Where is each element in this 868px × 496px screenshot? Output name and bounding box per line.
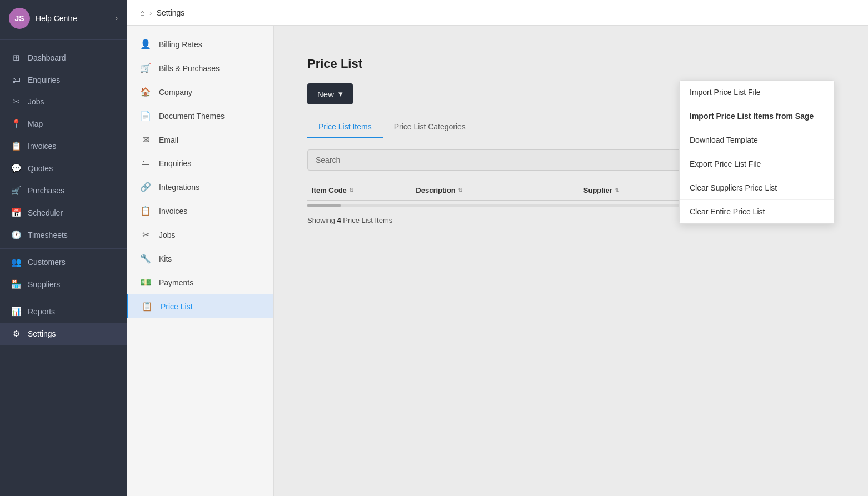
enquiries-settings-icon: 🏷 bbox=[140, 158, 151, 168]
sidebar-divider bbox=[0, 39, 127, 40]
settings-item-label: Integrations bbox=[159, 183, 199, 192]
settings-company[interactable]: 🏠 Company bbox=[127, 80, 273, 104]
main-area: ⌂ › Settings 👤 Billing Rates 🛒 Bills & P… bbox=[127, 0, 868, 496]
integrations-icon: 🔗 bbox=[140, 182, 151, 192]
settings-payments[interactable]: 💵 Payments bbox=[127, 270, 273, 294]
settings-document-themes[interactable]: 📄 Document Themes bbox=[127, 104, 273, 128]
settings-invoices[interactable]: 📋 Invoices bbox=[127, 199, 273, 223]
sidebar-item-label: Timesheets bbox=[28, 231, 68, 239]
settings-enquiries[interactable]: 🏷 Enquiries bbox=[127, 152, 273, 175]
sidebar-item-timesheets[interactable]: 🕐 Timesheets bbox=[0, 224, 127, 246]
avatar: JS bbox=[9, 8, 30, 29]
settings-item-label: Price List bbox=[161, 302, 193, 311]
dropdown-clear-suppliers[interactable]: Clear Suppliers Price List bbox=[680, 176, 834, 200]
settings-item-label: Billing Rates bbox=[159, 40, 202, 49]
settings-kits[interactable]: 🔧 Kits bbox=[127, 247, 273, 270]
sidebar-item-scheduler[interactable]: 📅 Scheduler bbox=[0, 202, 127, 224]
document-themes-icon: 📄 bbox=[140, 111, 151, 121]
settings-item-label: Jobs bbox=[159, 231, 176, 239]
breadcrumb-page: Settings bbox=[157, 8, 185, 17]
scheduler-icon: 📅 bbox=[11, 208, 21, 218]
sidebar-item-reports[interactable]: 📊 Reports bbox=[0, 300, 127, 323]
settings-item-label: Email bbox=[159, 136, 178, 144]
sidebar-item-suppliers[interactable]: 🏪 Suppliers bbox=[0, 273, 127, 295]
enquiries-icon: 🏷 bbox=[11, 75, 21, 84]
company-icon: 🏠 bbox=[140, 87, 151, 97]
content-wrapper: 👤 Billing Rates 🛒 Bills & Purchases 🏠 Co… bbox=[127, 26, 868, 496]
sidebar-title: Help Centre bbox=[36, 14, 110, 23]
sidebar-item-quotes[interactable]: 💬 Quotes bbox=[0, 157, 127, 179]
settings-bills-purchases[interactable]: 🛒 Bills & Purchases bbox=[127, 56, 273, 80]
sidebar-item-settings[interactable]: ⚙ Settings bbox=[0, 323, 127, 345]
sidebar-item-dashboard[interactable]: ⊞ Dashboard bbox=[0, 47, 127, 69]
price-list-icon: 📋 bbox=[142, 301, 153, 312]
price-list-card: Price List New ▾ Options ▾ Price List It… bbox=[292, 41, 850, 242]
sidebar-divider-2 bbox=[0, 248, 127, 249]
sidebar-item-enquiries[interactable]: 🏷 Enquiries bbox=[0, 69, 127, 91]
sidebar: JS Help Centre › ⊞ Dashboard 🏷 Enquiries… bbox=[0, 0, 127, 496]
email-icon: ✉ bbox=[140, 134, 151, 145]
topbar: ⌂ › Settings bbox=[127, 0, 868, 26]
invoices-settings-icon: 📋 bbox=[140, 206, 151, 216]
settings-icon: ⚙ bbox=[11, 329, 21, 339]
sidebar-item-label: Quotes bbox=[28, 164, 53, 173]
sidebar-item-map[interactable]: 📍 Map bbox=[0, 113, 127, 135]
purchases-icon: 🛒 bbox=[11, 186, 21, 196]
suppliers-icon: 🏪 bbox=[11, 279, 21, 289]
kits-icon: 🔧 bbox=[140, 253, 151, 264]
settings-price-list[interactable]: 📋 Price List bbox=[127, 294, 273, 318]
payments-icon: 💵 bbox=[140, 277, 151, 288]
home-icon[interactable]: ⌂ bbox=[140, 8, 145, 17]
sidebar-divider-3 bbox=[0, 298, 127, 298]
settings-billing-rates[interactable]: 👤 Billing Rates bbox=[127, 32, 273, 56]
breadcrumb-separator: › bbox=[149, 8, 152, 17]
dropdown-clear-entire[interactable]: Clear Entire Price List bbox=[680, 200, 834, 223]
chevron-right-icon: › bbox=[116, 14, 118, 22]
dropdown-import-file[interactable]: Import Price List File bbox=[680, 81, 834, 104]
reports-icon: 📊 bbox=[11, 307, 21, 317]
sidebar-header[interactable]: JS Help Centre › bbox=[0, 0, 127, 37]
sidebar-item-purchases[interactable]: 🛒 Purchases bbox=[0, 179, 127, 202]
sidebar-nav: ⊞ Dashboard 🏷 Enquiries ✂ Jobs 📍 Map 📋 I… bbox=[0, 42, 127, 496]
dropdown-import-sage[interactable]: Import Price List Items from Sage bbox=[680, 104, 834, 128]
sidebar-item-label: Scheduler bbox=[28, 208, 63, 217]
settings-item-label: Payments bbox=[159, 278, 193, 287]
settings-email[interactable]: ✉ Email bbox=[127, 128, 273, 152]
timesheets-icon: 🕐 bbox=[11, 230, 21, 240]
sidebar-item-label: Enquiries bbox=[28, 76, 60, 84]
settings-integrations[interactable]: 🔗 Integrations bbox=[127, 175, 273, 199]
sidebar-item-customers[interactable]: 👥 Customers bbox=[0, 251, 127, 273]
jobs-icon: ✂ bbox=[11, 97, 21, 107]
settings-item-label: Company bbox=[159, 88, 192, 97]
settings-item-label: Bills & Purchases bbox=[159, 64, 220, 73]
settings-item-label: Document Themes bbox=[159, 112, 225, 121]
options-dropdown-menu: Import Price List File Import Price List… bbox=[679, 80, 835, 224]
settings-item-label: Invoices bbox=[159, 207, 187, 216]
sidebar-item-label: Purchases bbox=[28, 186, 64, 195]
quotes-icon: 💬 bbox=[11, 163, 21, 173]
billing-rates-icon: 👤 bbox=[140, 39, 151, 49]
map-icon: 📍 bbox=[11, 119, 21, 129]
settings-panel: 👤 Billing Rates 🛒 Bills & Purchases 🏠 Co… bbox=[127, 26, 274, 496]
jobs-settings-icon: ✂ bbox=[140, 229, 151, 240]
sidebar-item-label: Jobs bbox=[28, 97, 44, 106]
sidebar-item-label: Customers bbox=[28, 258, 66, 267]
customers-icon: 👥 bbox=[11, 257, 21, 267]
main-panel: Price List New ▾ Options ▾ Price List It… bbox=[274, 26, 868, 496]
invoices-icon: 📋 bbox=[11, 141, 21, 151]
sidebar-item-label: Invoices bbox=[28, 142, 56, 151]
dropdown-download-template[interactable]: Download Template bbox=[680, 128, 834, 152]
dashboard-icon: ⊞ bbox=[11, 53, 21, 63]
sidebar-item-label: Dashboard bbox=[28, 53, 66, 62]
settings-item-label: Enquiries bbox=[159, 159, 191, 168]
dropdown-export-file[interactable]: Export Price List File bbox=[680, 152, 834, 176]
settings-jobs[interactable]: ✂ Jobs bbox=[127, 223, 273, 247]
sidebar-item-label: Map bbox=[28, 119, 43, 128]
sidebar-item-label: Suppliers bbox=[28, 280, 60, 289]
sidebar-item-label: Settings bbox=[28, 329, 56, 338]
sidebar-item-invoices[interactable]: 📋 Invoices bbox=[0, 135, 127, 157]
sidebar-item-jobs[interactable]: ✂ Jobs bbox=[0, 91, 127, 113]
bills-purchases-icon: 🛒 bbox=[140, 63, 151, 73]
sidebar-item-label: Reports bbox=[28, 307, 55, 316]
settings-item-label: Kits bbox=[159, 254, 172, 263]
